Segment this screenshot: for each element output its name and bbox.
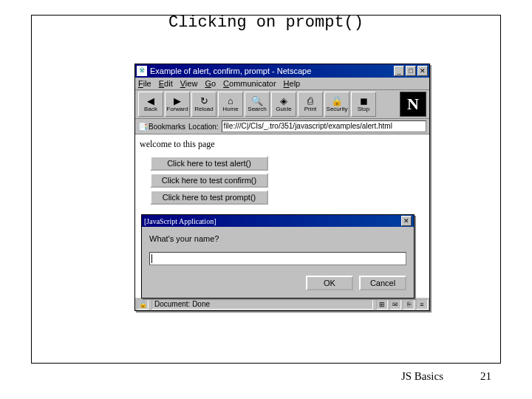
test-confirm-button[interactable]: Click here to test confirm() (150, 173, 268, 188)
menu-communicator[interactable]: Communicator (223, 79, 276, 88)
maximize-button[interactable]: □ (406, 66, 416, 76)
dialog-cancel-button[interactable]: Cancel (359, 276, 406, 290)
guide-button[interactable]: ◈Guide (271, 92, 296, 117)
dialog-titlebar: [JavaScript Application] ✕ (142, 215, 414, 227)
guide-icon: ◈ (280, 96, 287, 106)
page-content: welcome to this page Click here to test … (135, 134, 429, 297)
menu-edit[interactable]: Edit (159, 79, 173, 88)
url-input[interactable]: file:///C|/CIs/_.tro/351/javascript/exam… (222, 120, 426, 132)
back-button[interactable]: ◀Back (138, 92, 163, 117)
location-bar: 📑 Bookmarks Location: file:///C|/CIs/_.t… (135, 119, 429, 134)
security-button[interactable]: 🔒Security (324, 92, 349, 117)
home-icon: ⌂ (228, 96, 233, 106)
netscape-logo: N (400, 92, 426, 117)
menu-go[interactable]: Go (205, 79, 216, 88)
window-controls: _ □ ✕ (394, 66, 428, 76)
footer-label: JS Basics (401, 370, 443, 383)
tray-icon: ⎘ (403, 299, 415, 310)
dialog-buttons: OK Cancel (149, 276, 406, 290)
app-icon: ※ (137, 66, 147, 76)
window-titlebar: ※ Example of alert, confirm, prompt - Ne… (135, 64, 429, 78)
search-icon: 🔍 (251, 96, 263, 106)
bookmarks-button[interactable]: 📑 Bookmarks (138, 123, 185, 131)
slide-title: Clicking on prompt() (0, 13, 532, 32)
close-button[interactable]: ✕ (417, 66, 428, 76)
dialog-input[interactable] (149, 252, 406, 265)
dialog-title: [JavaScript Application] (144, 217, 216, 225)
prompt-dialog: [JavaScript Application] ✕ What's your n… (141, 214, 415, 299)
back-icon: ◀ (147, 96, 154, 106)
toolbar: ◀Back ▶Forward ↻Reload ⌂Home 🔍Search ◈Gu… (135, 90, 429, 119)
reload-button[interactable]: ↻Reload (191, 92, 216, 117)
status-text: Document: Done (151, 299, 373, 310)
test-alert-button[interactable]: Click here to test alert() (150, 156, 268, 171)
tray-icon: ⊞ (376, 299, 388, 310)
menu-bar: File Edit View Go Communicator Help (135, 78, 429, 90)
dialog-close-button[interactable]: ✕ (401, 216, 412, 226)
slide: Clicking on prompt() ※ Example of alert,… (0, 0, 532, 399)
status-tray: ⊞ ✉ ⎘ ≡ (376, 299, 428, 310)
netscape-window: ※ Example of alert, confirm, prompt - Ne… (134, 64, 430, 311)
print-icon: ⎙ (307, 96, 313, 106)
lock-icon: 🔓 (137, 299, 149, 310)
print-button[interactable]: ⎙Print (298, 92, 323, 117)
dialog-body: What's your name? OK Cancel (142, 227, 414, 298)
window-title: Example of alert, confirm, prompt - Nets… (150, 66, 311, 75)
tray-icon: ✉ (389, 299, 401, 310)
stop-button[interactable]: ◼Stop (351, 92, 376, 117)
stop-icon: ◼ (360, 96, 368, 106)
test-prompt-button[interactable]: Click here to test prompt() (150, 190, 268, 205)
menu-view[interactable]: View (180, 79, 198, 88)
menu-help[interactable]: Help (284, 79, 301, 88)
dialog-prompt-text: What's your name? (149, 234, 406, 243)
home-button[interactable]: ⌂Home (218, 92, 243, 117)
location-label: Location: (188, 123, 219, 131)
bookmarks-icon: 📑 (138, 123, 147, 131)
status-bar: 🔓 Document: Done ⊞ ✉ ⎘ ≡ (135, 297, 429, 310)
reload-icon: ↻ (200, 96, 208, 106)
dialog-ok-button[interactable]: OK (306, 276, 353, 290)
forward-icon: ▶ (174, 96, 181, 106)
minimize-button[interactable]: _ (394, 66, 404, 76)
welcome-text: welcome to this page (140, 139, 425, 150)
search-button[interactable]: 🔍Search (245, 92, 270, 117)
security-icon: 🔒 (331, 96, 343, 106)
page-number: 21 (480, 370, 491, 383)
tray-icon: ≡ (416, 299, 428, 310)
forward-button[interactable]: ▶Forward (165, 92, 190, 117)
menu-file[interactable]: File (138, 79, 151, 88)
